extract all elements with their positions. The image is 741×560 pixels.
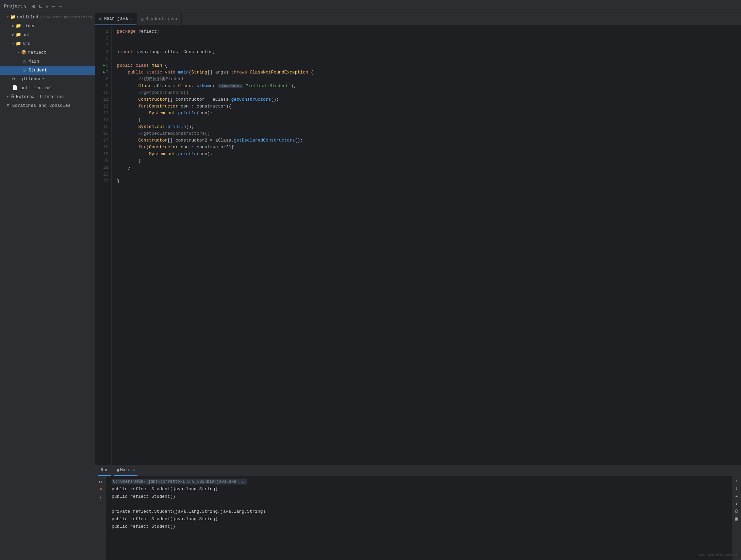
bottom-content: ↺ ■ ⋮ C:\Users\联想\.jdks\corretto-1.8.0_3… (95, 476, 741, 560)
function-name: println (167, 124, 186, 129)
libs-icon: 🏛 (10, 93, 15, 101)
class-name: Main (151, 63, 162, 68)
sidebar-item-scratches[interactable]: ≡ Scratches and Consoles (0, 101, 95, 110)
line-num-12: 12 (95, 103, 111, 110)
project-sidebar: ▾ 📁 untitled D:\1-Demo\Java\untitled ▶ 📁… (0, 13, 95, 560)
rerun-icon[interactable]: ↺ (99, 479, 102, 484)
code-line-3 (117, 42, 741, 48)
class-ref: Constructor (138, 97, 167, 102)
tab-close[interactable]: ✕ (130, 16, 132, 21)
scroll-down-icon[interactable]: ↓ (735, 486, 738, 491)
keyword: void (165, 70, 175, 75)
code-text: { (162, 63, 168, 68)
main-tab-close[interactable]: ✕ (133, 468, 135, 472)
tab-icon: ◎ (141, 16, 144, 22)
field-ref: out (167, 111, 175, 116)
sync-icon[interactable]: ⇅ (39, 3, 42, 10)
sidebar-item-external-libs[interactable]: ▶ 🏛 External Libraries (0, 93, 95, 101)
more-icon[interactable]: ⋯ (52, 3, 55, 10)
line-num-23: 23 (95, 178, 111, 184)
code-line-2 (117, 35, 741, 42)
minimize-icon[interactable]: — (59, 3, 62, 10)
field-ref: out (167, 151, 175, 157)
code-text: con : constructor){ (178, 104, 231, 109)
sidebar-item-src[interactable]: ▾ 📁 src (0, 39, 95, 48)
expand-arrow: ▶ (12, 31, 14, 39)
keyword: public (117, 63, 133, 68)
sidebar-item-untitled[interactable]: ▾ 📁 untitled D:\1-Demo\Java\untitled (0, 13, 95, 22)
sidebar-item-main[interactable]: ◎ Main (0, 57, 95, 66)
code-text (117, 70, 128, 75)
line-num-11: 11 (95, 96, 111, 103)
project-chevron[interactable]: ∨ (24, 4, 27, 9)
add-icon[interactable]: ⊕ (32, 3, 35, 10)
code-line-16: //getDeclaredConstructors() (117, 130, 741, 137)
sidebar-item-reflect[interactable]: ▾ 📦 reflect (0, 48, 95, 57)
delete-icon[interactable]: 🗑 (735, 516, 739, 522)
line-num-14: 14 (95, 116, 111, 123)
code-text: java.lang.reflect.Constructor; (133, 49, 215, 54)
code-text: . (165, 111, 167, 116)
line-numbers: 1 2 3 4 5 ▶6 ▶7 8 9 10 11 12 13 (95, 25, 112, 465)
run-gutter-icon[interactable]: ▶ (103, 63, 105, 67)
code-text (117, 145, 138, 150)
line-num-10: 10 (95, 89, 111, 96)
sidebar-item-out[interactable]: ▶ 📁 out (0, 31, 95, 39)
console-line-1: public reflect.Student(java.lang.String) (112, 485, 726, 493)
tab-main-java[interactable]: ◎ Main.java ✕ (95, 13, 137, 25)
sidebar-item-idea[interactable]: ▶ 📁 .idea (0, 22, 95, 31)
function-name: getConstructors (231, 97, 271, 102)
keyword: import (117, 49, 133, 54)
main-tab[interactable]: ▣ Main ✕ (114, 465, 137, 476)
code-text: } (117, 179, 120, 184)
top-bar: Project ∨ ⊕ ⇅ ✕ ⋯ — (0, 0, 741, 13)
console-line-2: public reflect.Student() (112, 493, 726, 500)
code-line-18: for(Constructor con : constructor2){ (117, 144, 741, 150)
line-num-5: 5 (95, 55, 111, 62)
stop-icon[interactable]: ■ (99, 487, 102, 492)
expand-arrow: ▾ (18, 49, 20, 56)
class-ref: System (149, 151, 165, 157)
code-line-11: Constructor[] constructor = aClass.getCo… (117, 96, 741, 103)
tab-student-java[interactable]: ◎ Student.java (137, 13, 182, 25)
sidebar-item-untitled-iml[interactable]: 📄 untitled.iml (0, 84, 95, 93)
class-ref: System (149, 111, 165, 116)
code-text: reflect; (136, 29, 160, 34)
print-icon[interactable]: ⎙ (735, 509, 738, 514)
code-text: (con); (197, 151, 213, 157)
console-line-cmd: C:\Users\联想\.jdks\corretto-1.8.0_382\bin… (112, 478, 726, 485)
line-num-8: 8 (95, 76, 111, 82)
line-num-2: 2 (95, 35, 111, 42)
gitignore-icon: ⊘ (12, 76, 15, 83)
code-text: ( (146, 145, 149, 150)
code-line-7: public static void main(String[] args) t… (117, 69, 741, 76)
sidebar-item-gitignore[interactable]: ⊘ .gitignore (0, 75, 95, 84)
close-icon[interactable]: ✕ (46, 3, 49, 10)
code-editor[interactable]: 1 2 3 4 5 ▶6 ▶7 8 9 10 11 12 13 (95, 25, 741, 465)
folder-icon: 📁 (16, 22, 21, 30)
scroll-up-icon[interactable]: ↑ (735, 479, 738, 483)
run-gutter-icon[interactable]: ▶ (103, 70, 105, 74)
bottom-panel: Run ▣ Main ✕ ↺ ■ ⋮ C:\U (95, 465, 741, 560)
keyword: for (138, 145, 146, 150)
line-num-18: 18 (95, 144, 111, 150)
sidebar-item-label: Main (29, 58, 39, 65)
run-tab[interactable]: Run (98, 465, 111, 476)
content-area: ◎ Main.java ✕ ◎ Student.java 1 2 3 4 5 ▶… (95, 13, 741, 560)
sidebar-item-student[interactable]: ◎ Student (0, 66, 95, 75)
function-name: getDeclaredConstructors (234, 138, 295, 143)
package-icon: 📦 (21, 49, 27, 56)
more-options-icon[interactable]: ⋮ (98, 495, 103, 500)
sort-icon[interactable]: ≡ (735, 494, 738, 498)
class-ref: System (138, 124, 154, 129)
line-num-7: ▶7 (95, 69, 111, 76)
download-icon[interactable]: ↧ (735, 501, 738, 506)
project-menu[interactable]: Project ∨ (4, 4, 27, 9)
code-text (117, 97, 138, 102)
java-icon: ◎ (23, 58, 26, 65)
code-line-23: } (117, 178, 741, 184)
main-tab-icon: ▣ (117, 468, 119, 472)
line-num-20: 20 (95, 157, 111, 164)
code-line-9: Class aClass = Class.forName( className:… (117, 82, 741, 89)
code-text: . (154, 124, 157, 129)
